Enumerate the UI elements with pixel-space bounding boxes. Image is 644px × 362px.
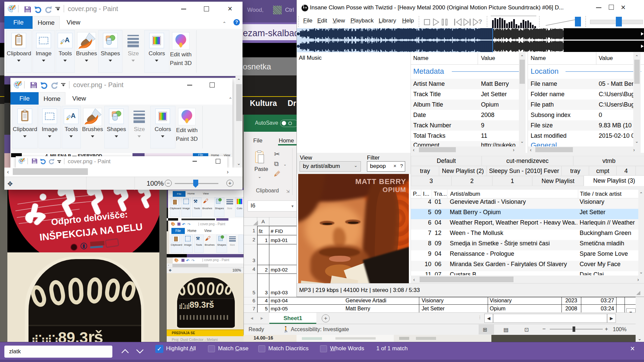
svg-text:A: A <box>71 112 75 119</box>
svg-text:A: A <box>65 36 69 44</box>
